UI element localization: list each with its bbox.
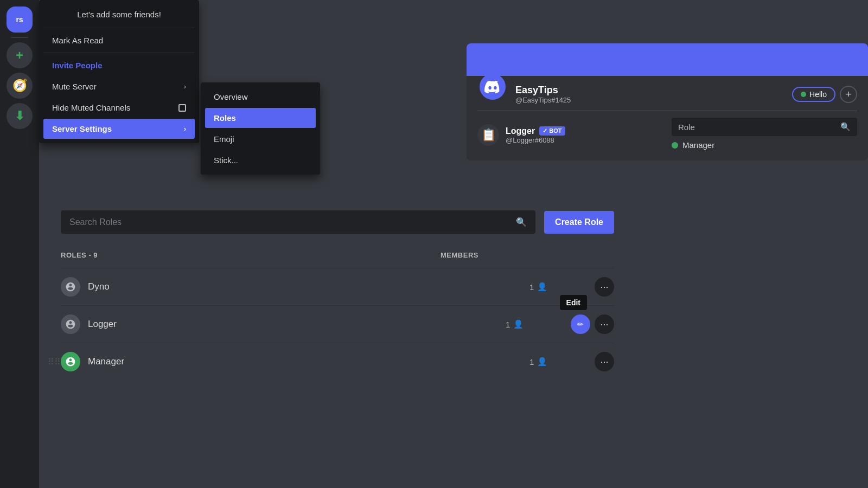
separator-2	[43, 53, 195, 53]
settings-submenu: Overview Roles Emoji Stick...	[201, 82, 320, 175]
role-row-logger: Logger 1 👤 Edit ✏ ···	[61, 305, 614, 343]
manager-role-actions: ···	[595, 352, 614, 371]
logger-person-icon: 👤	[513, 319, 524, 329]
profile-avatar	[477, 72, 508, 102]
server-sidebar: rs + 🧭 ⬇	[0, 0, 39, 488]
manager-role-name: Manager	[88, 356, 529, 367]
profile-header-banner	[467, 43, 868, 76]
search-create-row: Search Roles 🔍 Create Role	[61, 210, 614, 234]
submenu-emoji[interactable]: Emoji	[205, 129, 316, 149]
members-col-label: MEMBERS	[441, 251, 506, 259]
logger-role-actions: Edit ✏ ···	[571, 314, 614, 334]
logger-member-info: Logger ✓ BOT @Logger#6088	[506, 126, 565, 144]
manager-members-count: 1 👤	[529, 357, 595, 367]
logger-three-dots-button[interactable]: ···	[595, 314, 614, 334]
manager-person-icon: 👤	[537, 357, 547, 367]
server-icon-compass[interactable]: 🧭	[7, 73, 33, 99]
role-search-box[interactable]: Role 🔍	[672, 118, 857, 136]
edit-tooltip: Edit	[560, 295, 587, 310]
bot-badge: ✓ BOT	[539, 126, 565, 136]
context-menu-server-settings[interactable]: Server Settings ›	[43, 119, 195, 139]
logger-avatar: 📋	[477, 124, 499, 146]
dyno-members-count: 1 👤	[529, 282, 595, 292]
manager-role-icon	[61, 352, 80, 371]
profile-username: EasyTips	[515, 85, 571, 96]
role-row-dyno: Dyno 1 👤 ···	[61, 268, 614, 305]
dyno-person-icon: 👤	[537, 282, 547, 292]
profile-body: EasyTips @EasyTips#1425 Hello +	[467, 76, 868, 160]
logger-name: Logger	[506, 126, 535, 136]
context-menu: Let's add some friends! Mark As Read Inv…	[39, 0, 199, 143]
context-menu-mute-server[interactable]: Mute Server ›	[43, 76, 195, 97]
add-button[interactable]: +	[840, 86, 857, 103]
create-role-button[interactable]: Create Role	[544, 211, 614, 234]
context-menu-invite-people[interactable]: Invite People	[43, 55, 195, 75]
context-menu-hide-muted[interactable]: Hide Muted Channels	[43, 98, 195, 118]
logger-role-name: Logger	[88, 319, 506, 330]
dyno-role-actions: ···	[595, 277, 614, 297]
three-dots-icon: ···	[600, 319, 608, 330]
hide-muted-checkbox[interactable]	[178, 104, 186, 112]
download-icon: ⬇	[15, 109, 24, 123]
submenu-roles[interactable]: Roles	[205, 108, 316, 128]
roles-header-row: ROLES - 9 MEMBERS	[61, 251, 614, 259]
logger-name-row: Logger ✓ BOT	[506, 126, 565, 136]
profile-popup: EasyTips @EasyTips#1425 Hello +	[467, 43, 868, 160]
profile-right-section: Role 🔍 Manager	[672, 118, 857, 150]
compass-icon: 🧭	[12, 79, 27, 93]
profile-name-block: EasyTips @EasyTips#1425	[515, 85, 571, 104]
pencil-icon: ✏	[577, 320, 584, 329]
profile-user-info: EasyTips @EasyTips#1425	[477, 85, 571, 104]
manager-role-name: Manager	[682, 140, 714, 150]
manager-three-dots-button[interactable]: ···	[595, 352, 614, 371]
server-icon-rs[interactable]: rs	[7, 7, 33, 33]
member-entry-logger: 📋 Logger ✓ BOT @Logger#6088	[477, 118, 663, 146]
logger-role-icon	[61, 314, 80, 334]
context-menu-mark-as-read[interactable]: Mark As Read	[43, 30, 195, 50]
profile-lower: 📋 Logger ✓ BOT @Logger#6088	[477, 118, 857, 150]
server-settings-chevron: ›	[184, 125, 186, 133]
server-icon-add[interactable]: +	[7, 42, 33, 68]
server-icon-download[interactable]: ⬇	[7, 103, 33, 129]
search-roles-icon: 🔍	[516, 217, 527, 227]
profile-divider	[477, 111, 857, 111]
profile-top-row: EasyTips @EasyTips#1425 Hello +	[477, 85, 857, 104]
profile-actions: Hello +	[792, 86, 857, 103]
roles-count-label: ROLES - 9	[61, 251, 441, 259]
separator-1	[43, 28, 195, 28]
search-roles-container[interactable]: Search Roles 🔍	[61, 210, 535, 234]
submenu-stickers[interactable]: Stick...	[205, 150, 316, 170]
submenu-overview[interactable]: Overview	[205, 87, 316, 107]
profile-left-section: 📋 Logger ✓ BOT @Logger#6088	[477, 118, 663, 150]
context-menu-header: Let's add some friends!	[39, 3, 199, 25]
three-dots-icon: ···	[600, 356, 608, 368]
manager-role-entry: Manager	[672, 136, 857, 150]
profile-tag: @EasyTips#1425	[515, 96, 571, 104]
sidebar-divider	[11, 37, 28, 38]
dyno-three-dots-button[interactable]: ···	[595, 277, 614, 297]
dyno-role-name: Dyno	[88, 281, 529, 292]
role-search-icon: 🔍	[840, 122, 851, 132]
role-row-manager: ⠿⠿ Manager 1 👤 ···	[61, 343, 614, 380]
logger-members-count: 1 👤	[506, 319, 571, 329]
mute-server-chevron: ›	[184, 83, 186, 91]
hello-status-dot	[801, 92, 806, 97]
manager-drag-handle[interactable]: ⠿⠿	[48, 357, 61, 367]
roles-page: Search Roles 🔍 Create Role ROLES - 9 MEM…	[39, 194, 636, 488]
dyno-role-icon	[61, 277, 80, 297]
hello-button[interactable]: Hello	[792, 87, 835, 102]
manager-role-dot	[672, 142, 678, 149]
three-dots-icon: ···	[600, 281, 608, 293]
logger-edit-button[interactable]: ✏	[571, 314, 590, 334]
logger-tag: @Logger#6088	[506, 136, 565, 144]
